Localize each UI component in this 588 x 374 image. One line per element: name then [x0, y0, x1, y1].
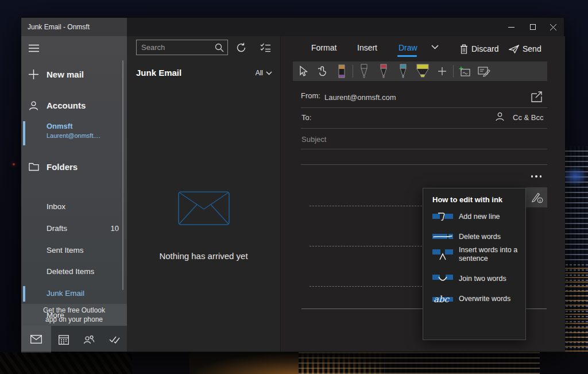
- new-mail-button[interactable]: New mail: [21, 67, 127, 84]
- pen-red-button[interactable]: [374, 63, 393, 80]
- svg-text:abc: abc: [434, 294, 450, 304]
- filter-label: All: [256, 69, 263, 77]
- mail-icon: [30, 335, 42, 344]
- accounts-header[interactable]: Accounts: [21, 98, 127, 115]
- ellipsis-icon: [535, 175, 537, 178]
- ink-help-title: How to edit with ink: [432, 195, 502, 204]
- contacts-person-icon[interactable]: [496, 112, 504, 121]
- sidebar-item-drafts[interactable]: Drafts 10: [21, 221, 127, 238]
- ink-help-label: Join two words: [459, 275, 506, 283]
- outlook-promo-banner[interactable]: Get the free Outlook app on your phone: [21, 304, 127, 326]
- ink-gesture-insert-words-icon: [432, 248, 453, 261]
- nav-mail-button[interactable]: [21, 326, 51, 353]
- popout-compose-button[interactable]: [531, 91, 544, 103]
- tab-draw[interactable]: Draw: [399, 43, 417, 55]
- draw-toolbar: [293, 61, 547, 81]
- sidebar-account-onmsft[interactable]: Onmsft Laurent@onmsft....: [21, 119, 127, 147]
- pen-teal-button[interactable]: [393, 63, 413, 80]
- to-label[interactable]: To:: [301, 113, 311, 122]
- search-input[interactable]: Search: [136, 40, 228, 55]
- discard-button[interactable]: Discard: [460, 42, 498, 56]
- writing-guide-line: [310, 206, 422, 206]
- pen-info-icon: [530, 191, 544, 204]
- send-label: Send: [523, 44, 541, 53]
- pen-black-button[interactable]: [354, 63, 374, 80]
- touch-writing-button[interactable]: [312, 63, 332, 80]
- empty-state-envelope-icon: [178, 191, 230, 225]
- send-button[interactable]: Send: [509, 42, 541, 56]
- sidebar-item-inbox[interactable]: Inbox: [21, 199, 127, 216]
- filter-dropdown[interactable]: All: [256, 69, 272, 77]
- window-title: Junk Email - Onmsft: [28, 23, 90, 31]
- nav-tasks-button[interactable]: [102, 326, 127, 353]
- list-pane-title: Junk Email: [136, 68, 181, 78]
- field-separator: [301, 128, 547, 129]
- plus-icon: [29, 70, 38, 79]
- minimize-button[interactable]: [501, 20, 521, 34]
- nav-calendar-button[interactable]: [51, 326, 76, 353]
- toolbar-divider: [453, 65, 454, 78]
- ink-help-label: Insert words into a sentence: [459, 246, 522, 263]
- chevron-down-icon: [266, 71, 272, 75]
- background-rooftop: [0, 352, 132, 374]
- add-pen-button[interactable]: [432, 63, 452, 80]
- pen-icon: [379, 64, 388, 79]
- folders-header[interactable]: Folders: [21, 159, 127, 176]
- ink-help-item-add-new-line: Add new line: [432, 211, 522, 222]
- sidebar-item-deleted-items[interactable]: Deleted Items: [21, 264, 127, 281]
- cc-bcc-button[interactable]: Cc & Bcc: [513, 113, 543, 122]
- subject-input[interactable]: Subject: [301, 135, 326, 144]
- pen-icon: [399, 64, 408, 79]
- tab-insert[interactable]: Insert: [357, 43, 377, 55]
- background-blue-sign: [562, 167, 588, 186]
- eraser-tool-button[interactable]: [332, 63, 351, 80]
- sync-button[interactable]: [234, 40, 249, 55]
- sidebar-item-junk-email[interactable]: Junk Email: [21, 286, 127, 303]
- ink-help-button[interactable]: [526, 187, 547, 207]
- ink-canvas-button[interactable]: [455, 63, 474, 80]
- background-lit-windows: [299, 352, 540, 374]
- folders-header-label: Folders: [47, 162, 78, 172]
- folder-label: Sent Items: [47, 246, 84, 255]
- ink-canvas-icon: [458, 65, 471, 77]
- send-icon: [509, 45, 519, 53]
- message-list-pane: Search Junk Email All Nothing has arrive…: [127, 36, 280, 352]
- unread-count-badge: 10: [111, 224, 119, 233]
- popout-icon: [531, 91, 543, 102]
- refresh-icon: [236, 43, 246, 53]
- select-tool-button[interactable]: [293, 63, 312, 80]
- eraser-icon: [338, 64, 346, 78]
- highlighter-yellow-button[interactable]: [413, 63, 432, 80]
- sidebar-bottom-nav: [21, 326, 127, 353]
- from-address[interactable]: Laurent@onmsft.com: [324, 93, 396, 102]
- search-icon: [215, 43, 227, 52]
- field-separator: [301, 149, 547, 149]
- ink-editor-icon: [478, 66, 490, 77]
- ink-editor-button[interactable]: [474, 63, 494, 80]
- ink-gesture-join-two-words-icon: [432, 272, 453, 285]
- selection-mode-button[interactable]: [258, 40, 273, 55]
- more-options-button[interactable]: [528, 172, 545, 181]
- hamburger-menu-button[interactable]: [29, 44, 39, 52]
- ink-help-item-overwrite-words: abc Overwrite words: [432, 293, 522, 304]
- double-check-icon: [109, 336, 120, 344]
- ellipsis-icon: [540, 175, 542, 178]
- titlebar[interactable]: [127, 18, 564, 36]
- toolbar-divider: [353, 65, 353, 78]
- body-top-separator: [301, 164, 547, 165]
- sidebar-item-sent-items[interactable]: Sent Items: [21, 242, 127, 260]
- accounts-header-label: Accounts: [47, 101, 86, 110]
- maximize-button[interactable]: [523, 20, 543, 34]
- cursor-icon: [298, 65, 308, 77]
- folder-label: Drafts: [47, 224, 67, 233]
- ribbon-chevron-down-icon[interactable]: [431, 45, 439, 49]
- from-label: From:: [301, 91, 320, 100]
- ink-help-label: Delete words: [459, 233, 501, 241]
- active-tab-underline: [397, 55, 417, 57]
- sidebar-scrollbar[interactable]: [122, 60, 123, 290]
- compose-pane: Format Insert Draw Discard Send: [280, 36, 565, 352]
- close-button[interactable]: [543, 20, 563, 34]
- tab-format[interactable]: Format: [311, 43, 336, 55]
- writing-guide-line: [310, 286, 422, 287]
- nav-people-button[interactable]: [76, 326, 102, 353]
